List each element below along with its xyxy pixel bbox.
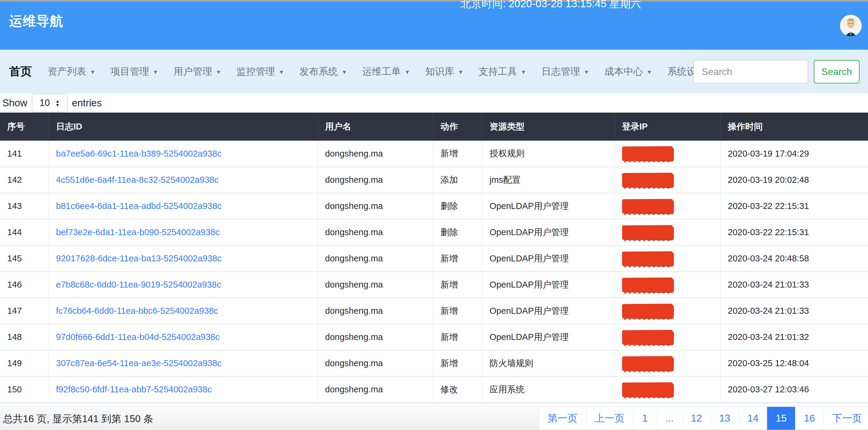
nav-item-projects[interactable]: 项目管理▼ (111, 65, 158, 78)
cell-index: 143 (0, 193, 49, 219)
cell-user: dongsheng.ma (318, 272, 433, 298)
cell-time: 2020-03-25 12:48:04 (720, 350, 868, 376)
cell-index: 148 (0, 324, 49, 350)
cell-index: 150 (0, 376, 49, 403)
cell-action: 新增 (433, 298, 482, 324)
cell-index: 142 (0, 167, 49, 193)
main-nav: 首页 资产列表▼ 项目管理▼ 用户管理▼ 监控管理▼ 发布系统▼ 运维工单▼ 知… (0, 50, 868, 93)
table-row: 149 307c87ea-6e54-11ea-ae3e-5254002a938c… (0, 350, 868, 376)
page-size-value: 10 (39, 98, 50, 108)
cell-time: 2020-03-27 12:03:46 (720, 376, 868, 403)
table-header-row: 序号 日志ID 用户名 动作 资源类型 登录IP 操作时间 (0, 113, 868, 141)
pagination-page-12[interactable]: 12 (682, 407, 711, 430)
log-id-link[interactable]: 97d0f666-6dd1-11ea-b04d-5254002a938c (56, 332, 220, 342)
col-header-index: 序号 (0, 113, 49, 141)
col-header-resource: 资源类型 (482, 113, 615, 141)
redacted-ip (622, 146, 673, 161)
search-input[interactable] (693, 60, 808, 84)
cell-action: 新增 (433, 272, 482, 298)
user-avatar[interactable] (840, 15, 862, 36)
cell-index: 149 (0, 350, 49, 376)
col-header-log-id: 日志ID (49, 113, 318, 141)
pagination-next[interactable]: 下一页 (824, 407, 868, 430)
cell-action: 新增 (433, 245, 482, 272)
nav-item-assets[interactable]: 资产列表▼ (48, 65, 96, 78)
app-header: 运维导航 北京时间: 2020-03-28 13:15:45 星期六 (0, 1, 868, 50)
redacted-ip (622, 356, 673, 371)
pagination-page-1[interactable]: 1 (633, 407, 657, 430)
nav-item-support-tools[interactable]: 支持工具▼ (478, 65, 527, 78)
cell-time: 2020-03-22 22:15:31 (720, 193, 868, 219)
log-id-link[interactable]: 92017628-6dce-11ea-ba13-5254002a938c (56, 254, 221, 263)
cell-time: 2020-03-19 20:02:48 (720, 167, 868, 193)
cell-time: 2020-03-22 22:15:31 (720, 219, 868, 245)
cell-index: 144 (0, 219, 49, 245)
nav-item-cost-center[interactable]: 成本中心▼ (604, 65, 652, 78)
cell-action: 添加 (433, 167, 482, 193)
log-id-link[interactable]: fc76cb64-6dd0-11ea-bbc6-5254002a938c (56, 306, 218, 316)
chevron-down-icon: ▼ (647, 68, 652, 75)
log-id-link[interactable]: e7b8c68c-6dd0-11ea-9019-5254002a938c (56, 280, 221, 289)
cell-resource: OpenLDAP用户管理 (482, 245, 615, 272)
search-button[interactable]: Search (814, 60, 860, 84)
chevron-down-icon: ▼ (521, 68, 527, 75)
cell-index: 146 (0, 272, 49, 298)
cell-user: dongsheng.ma (318, 350, 433, 376)
col-header-user: 用户名 (318, 113, 433, 141)
pagination-page-16[interactable]: 16 (795, 407, 824, 430)
cell-resource: 授权规则 (482, 141, 615, 167)
cell-resource: OpenLDAP用户管理 (482, 324, 615, 350)
pagination-page-15-active[interactable]: 15 (767, 407, 796, 430)
cell-resource: OpenLDAP用户管理 (482, 193, 615, 219)
nav-item-ops-tickets[interactable]: 运维工单▼ (362, 65, 410, 78)
redacted-ip (622, 303, 673, 318)
nav-item-home[interactable]: 首页 (9, 64, 32, 79)
nav-item-knowledge-base[interactable]: 知识库▼ (425, 65, 464, 78)
cell-user: dongsheng.ma (318, 219, 433, 245)
nav-item-monitoring[interactable]: 监控管理▼ (236, 65, 284, 78)
table-row: 144 bef73e2e-6da1-11ea-b090-5254002a938c… (0, 219, 868, 245)
log-id-link[interactable]: b81c6ee4-6da1-11ea-adbd-5254002a938c (56, 201, 221, 211)
cell-time: 2020-03-24 21:01:33 (720, 298, 868, 324)
chevron-down-icon: ▼ (404, 68, 410, 75)
pagination-prev[interactable]: 上一页 (586, 407, 633, 430)
log-id-link[interactable]: f92f8c50-6fdf-11ea-abb7-5254002a938c (56, 385, 212, 394)
log-id-link[interactable]: 4c551d6e-6a4f-11ea-8c32-5254002a938c (56, 175, 219, 185)
cell-action: 修改 (433, 376, 482, 403)
cell-time: 2020-03-24 21:01:32 (720, 324, 868, 350)
cell-index: 147 (0, 298, 49, 324)
nav-item-users[interactable]: 用户管理▼ (174, 65, 221, 78)
nav-item-log-management[interactable]: 日志管理▼ (541, 65, 590, 78)
col-header-time: 操作时间 (720, 113, 868, 141)
cell-time: 2020-03-24 21:01:33 (720, 272, 868, 298)
table-row: 150 f92f8c50-6fdf-11ea-abb7-5254002a938c… (0, 376, 868, 403)
log-id-link[interactable]: bef73e2e-6da1-11ea-b090-5254002a938c (56, 227, 220, 237)
col-header-action: 动作 (433, 113, 482, 141)
redacted-ip (622, 251, 673, 266)
cell-resource: OpenLDAP用户管理 (482, 219, 615, 245)
cell-resource: OpenLDAP用户管理 (482, 298, 615, 324)
audit-log-table: 序号 日志ID 用户名 动作 资源类型 登录IP 操作时间 141 ba7ee5… (0, 112, 868, 403)
pagination-first[interactable]: 第一页 (539, 407, 586, 430)
redacted-ip (622, 330, 673, 344)
chevron-down-icon: ▼ (458, 68, 464, 75)
page-size-select[interactable]: 10 ▲▼ (32, 94, 68, 112)
nav-item-release[interactable]: 发布系统▼ (299, 65, 347, 78)
log-id-link[interactable]: 307c87ea-6e54-11ea-ae3e-5254002a938c (56, 358, 221, 368)
cell-user: dongsheng.ma (318, 141, 433, 167)
cell-action: 新增 (433, 141, 482, 167)
log-id-link[interactable]: ba7ee5a6-69c1-11ea-b389-5254002a938c (56, 149, 221, 158)
cell-index: 141 (0, 141, 49, 167)
pagination-page-14[interactable]: 14 (739, 407, 767, 430)
cell-action: 删除 (433, 219, 482, 245)
cell-user: dongsheng.ma (318, 167, 433, 193)
cell-action: 删除 (433, 193, 482, 219)
pagination-page-13[interactable]: 13 (710, 407, 739, 430)
table-row: 141 ba7ee5a6-69c1-11ea-b389-5254002a938c… (0, 141, 868, 167)
chevron-down-icon: ▼ (90, 68, 96, 75)
avatar-image (840, 15, 862, 36)
cell-user: dongsheng.ma (318, 324, 433, 350)
entries-toolbar: Show 10 ▲▼ entries (0, 94, 868, 112)
cell-action: 新增 (433, 350, 482, 376)
redacted-ip (622, 199, 673, 213)
